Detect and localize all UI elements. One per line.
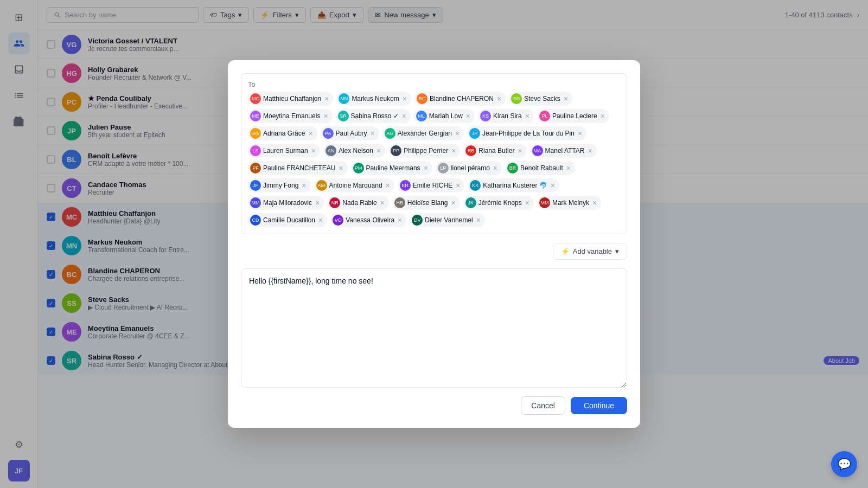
remove-recipient-button[interactable]: × xyxy=(371,130,375,137)
remove-recipient-button[interactable]: × xyxy=(551,182,555,189)
add-variable-button[interactable]: ⚡ Add variable ▾ xyxy=(553,243,627,260)
remove-recipient-button[interactable]: × xyxy=(476,216,481,224)
recipient-avatar: ML xyxy=(416,111,427,121)
new-message-modal: To MC Matthieu Chaffanjon × MN Markus Ne… xyxy=(228,60,640,428)
remove-recipient-button[interactable]: × xyxy=(456,182,460,189)
remove-recipient-button[interactable]: × xyxy=(588,147,592,155)
remove-recipient-button[interactable]: × xyxy=(518,147,522,155)
recipient-chip: PF Pauline FRANCHETEAU × xyxy=(248,161,348,175)
recipient-chip: LP lionel péramo × xyxy=(436,161,502,175)
to-recipients-section: To MC Matthieu Chaffanjon × MN Markus Ne… xyxy=(241,73,627,234)
recipient-avatar: AN xyxy=(326,145,336,156)
recipient-name: Markus Neukom xyxy=(352,95,399,102)
remove-recipient-button[interactable]: × xyxy=(323,112,328,120)
recipient-name: lionel péramo xyxy=(451,164,490,172)
chat-bubble-button[interactable]: 💬 xyxy=(831,451,857,477)
recipient-chip: AM Antoine Marquand × xyxy=(314,178,394,192)
recipient-name: Lauren Surman xyxy=(263,147,308,155)
recipient-name: Emilie RICHE xyxy=(413,182,452,189)
remove-recipient-button[interactable]: × xyxy=(451,199,456,207)
remove-recipient-button[interactable]: × xyxy=(525,199,529,207)
continue-button[interactable]: Continue xyxy=(571,397,627,414)
recipient-avatar: BC xyxy=(417,93,427,104)
remove-recipient-button[interactable]: × xyxy=(424,164,428,172)
recipient-name: Sabina Rosso ✓ xyxy=(351,112,399,120)
recipient-name: Moeytina Emanuels xyxy=(263,112,320,120)
remove-recipient-button[interactable]: × xyxy=(302,182,306,189)
remove-recipient-button[interactable]: × xyxy=(403,95,407,102)
remove-recipient-button[interactable]: × xyxy=(566,164,571,172)
remove-recipient-button[interactable]: × xyxy=(451,147,456,155)
recipient-name: Nada Rabie xyxy=(342,199,376,207)
remove-recipient-button[interactable]: × xyxy=(564,95,568,102)
recipient-name: Héloïse Blang xyxy=(407,199,448,207)
remove-recipient-button[interactable]: × xyxy=(380,199,385,207)
remove-recipient-button[interactable]: × xyxy=(308,130,312,137)
recipient-avatar: JK xyxy=(465,197,476,208)
recipient-chip: SS Steve Sacks × xyxy=(509,92,572,106)
recipient-chip: AN Alex Nelson × xyxy=(323,144,385,158)
remove-recipient-button[interactable]: × xyxy=(466,112,470,120)
recipient-avatar: PA xyxy=(323,128,334,139)
remove-recipient-button[interactable]: × xyxy=(525,112,529,120)
remove-recipient-button[interactable]: × xyxy=(386,182,390,189)
recipient-chip: JK Jérémie Knops × xyxy=(463,196,534,210)
recipient-avatar: PM xyxy=(353,163,364,174)
recipient-avatar: PL xyxy=(539,111,550,121)
recipient-avatar: AG xyxy=(385,128,395,139)
recipient-name: Pauline Leclere xyxy=(552,112,597,120)
remove-recipient-button[interactable]: × xyxy=(497,95,501,102)
recipient-chip: MM Maja Miloradovic × xyxy=(248,196,324,210)
recipient-name: Adriana Grâce xyxy=(263,130,305,137)
recipient-avatar: MC xyxy=(250,93,261,104)
recipient-chip: JF Jimmy Fong × xyxy=(248,178,311,192)
recipient-avatar: NR xyxy=(329,197,340,208)
recipient-chip: MN Markus Neukom × xyxy=(336,92,411,106)
recipient-name: Camille Ducatillon xyxy=(263,216,315,224)
recipient-avatar: VO xyxy=(333,215,343,226)
remove-recipient-button[interactable]: × xyxy=(402,112,406,120)
recipient-avatar: MA xyxy=(532,145,543,156)
recipient-name: Maja Miloradovic xyxy=(263,199,312,207)
recipient-chip: PM Pauline Meermans × xyxy=(351,161,432,175)
remove-recipient-button[interactable]: × xyxy=(315,199,320,207)
recipient-avatar: DV xyxy=(412,215,423,226)
recipient-name: Alex Nelson xyxy=(339,147,373,155)
remove-recipient-button[interactable]: × xyxy=(376,147,381,155)
recipient-name: Mark Melnyk xyxy=(552,199,589,207)
remove-recipient-button[interactable]: × xyxy=(455,130,459,137)
remove-recipient-button[interactable]: × xyxy=(493,164,497,172)
recipient-name: Blandine CHAPERON xyxy=(430,95,494,102)
recipient-chip: CD Camille Ducatillon × xyxy=(248,213,327,227)
remove-recipient-button[interactable]: × xyxy=(324,95,329,102)
remove-recipient-button[interactable]: × xyxy=(601,112,605,120)
recipient-chip: JP Jean-Philippe de La Tour du Pin × xyxy=(467,126,586,140)
recipient-name: Katharina Kusterer 🐬 xyxy=(483,182,547,189)
recipient-chip: NR Nada Rabie × xyxy=(327,196,389,210)
recipient-avatar: MM xyxy=(539,197,550,208)
recipient-chip: VO Vanessa Oliveira × xyxy=(330,213,406,227)
recipient-chip: HB Héloïse Blang × xyxy=(392,196,460,210)
recipient-chip: ME Moeytina Emanuels × xyxy=(248,109,333,123)
recipient-chip: MA Manel ATTAR × xyxy=(530,144,597,158)
cancel-button[interactable]: Cancel xyxy=(521,396,565,415)
recipient-avatar: JP xyxy=(469,128,480,139)
remove-recipient-button[interactable]: × xyxy=(578,130,582,137)
recipient-name: Mariah Low xyxy=(429,112,463,120)
remove-recipient-button[interactable]: × xyxy=(318,216,323,224)
remove-recipient-button[interactable]: × xyxy=(339,164,343,172)
recipient-avatar: KS xyxy=(480,111,491,121)
recipient-name: Antoine Marquand xyxy=(329,182,382,189)
recipient-avatar: BR xyxy=(507,163,518,174)
message-textarea[interactable] xyxy=(241,268,627,388)
recipient-chip: MM Mark Melnyk × xyxy=(537,196,601,210)
remove-recipient-button[interactable]: × xyxy=(592,199,597,207)
modal-overlay[interactable]: To MC Matthieu Chaffanjon × MN Markus Ne… xyxy=(0,0,868,488)
recipient-avatar: AM xyxy=(316,180,327,191)
recipient-name: Pauline FRANCHETEAU xyxy=(263,164,335,172)
recipient-name: Pauline Meermans xyxy=(366,164,420,172)
remove-recipient-button[interactable]: × xyxy=(311,147,316,155)
remove-recipient-button[interactable]: × xyxy=(398,216,402,224)
recipient-chip: MC Matthieu Chaffanjon × xyxy=(248,92,333,106)
recipient-name: Benoit Rabault xyxy=(520,164,563,172)
